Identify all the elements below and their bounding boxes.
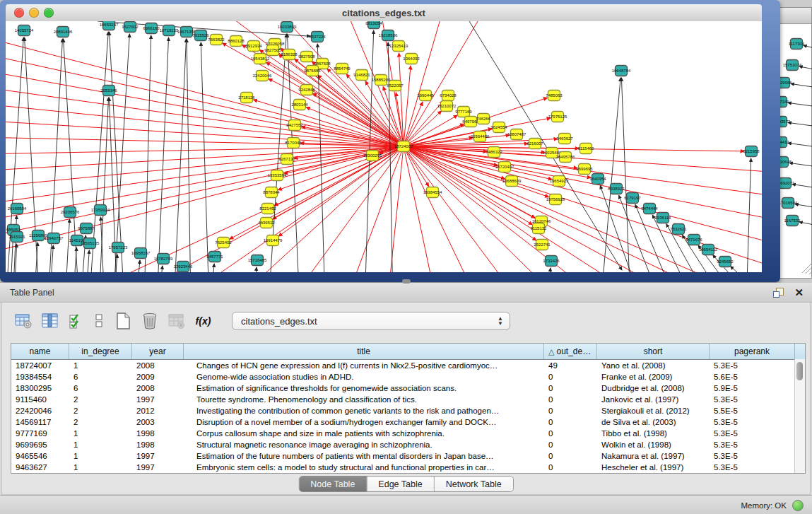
graph-node[interactable]: 10958167 [131, 248, 151, 259]
graph-node[interactable]: 8854749 [334, 64, 351, 74]
table-row[interactable]: 977716911998Corpus callosum shape and si… [11, 428, 805, 439]
column-header-short[interactable]: short [597, 344, 710, 359]
graph-node[interactable]: 1364093 [403, 54, 420, 64]
graph-node[interactable]: 8912934 [245, 41, 262, 52]
graph-node[interactable]: 2053346 [100, 86, 117, 96]
graph-node[interactable]: 8215958 [743, 146, 760, 157]
graph-node[interactable]: 17016504 [779, 198, 798, 209]
graph-node[interactable]: 15751074 [783, 60, 802, 71]
graph-node[interactable]: 1733426 [543, 256, 560, 267]
graph-node[interactable]: 6734028 [440, 90, 457, 101]
graph-node[interactable]: 8221452 [259, 204, 276, 214]
graph-node[interactable]: 15716485 [248, 255, 267, 266]
float-panel-icon[interactable] [773, 288, 784, 298]
graph-node[interactable]: 1117304 [789, 39, 805, 49]
graph-node[interactable]: 16033809 [278, 22, 297, 33]
graph-node[interactable]: 10653247 [100, 21, 119, 30]
graph-node[interactable]: 20206576 [61, 207, 80, 218]
graph-node[interactable]: 8878344 [263, 187, 280, 198]
graph-node[interactable]: 2522741 [534, 240, 551, 250]
network-canvas[interactable]: 1405572420891406106532471527602696616010… [6, 21, 762, 272]
column-header-year[interactable]: year [132, 344, 184, 359]
graph-node[interactable]: 10654112 [699, 245, 718, 255]
network-window[interactable]: citations_edges.txt 14055724208914061065… [0, 0, 780, 282]
graph-node[interactable]: 17957223 [109, 243, 128, 253]
graph-node[interactable]: 8938923 [608, 184, 625, 194]
graph-node[interactable]: 16648784 [612, 66, 631, 76]
graph-node[interactable]: 9245652 [717, 257, 734, 267]
graph-node[interactable]: 9975887 [78, 223, 95, 234]
graph-node[interactable]: 8860128 [228, 36, 245, 47]
graph-node[interactable]: 17975125 [548, 112, 567, 122]
graph-node[interactable]: 9875685 [304, 66, 321, 76]
table-scrollbar[interactable] [794, 359, 805, 473]
graph-node[interactable]: 6813054 [365, 21, 382, 29]
tab-node-table[interactable]: Node Table [299, 477, 367, 491]
delete-column-button[interactable] [140, 312, 159, 330]
function-builder-button[interactable]: f(x) [194, 312, 213, 330]
graph-node[interactable]: 2935114 [655, 213, 672, 223]
column-header-in_degree[interactable]: in_degree [69, 344, 132, 359]
graph-node[interactable]: 9474444 [641, 204, 658, 214]
tab-network-table[interactable]: Network Table [435, 477, 513, 491]
table-row[interactable]: 946362711997Embryonic stem cells: a mode… [11, 462, 805, 473]
table-row[interactable]: 911546021997Tourette syndrome. Phenomeno… [11, 394, 805, 405]
graph-node[interactable]: 7485063 [546, 90, 563, 101]
graph-node[interactable]: 2803144 [291, 100, 308, 110]
graph-node[interactable]: 16210072 [437, 101, 457, 112]
table-row[interactable]: 1872400712008Changes of HCN gene express… [11, 360, 805, 371]
graph-node[interactable]: 4699513 [258, 218, 275, 228]
graph-node[interactable]: 9115132 [531, 223, 548, 234]
show-columns-button[interactable] [40, 312, 59, 330]
table-row[interactable]: 946554611997Estimation of the future num… [11, 450, 805, 462]
graph-node[interactable]: 746266 [476, 114, 491, 124]
graph-node[interactable]: 1990448 [417, 90, 434, 101]
graph-node[interactable]: 2718126 [238, 93, 255, 103]
column-header-pagerank[interactable]: pagerank [710, 344, 795, 359]
graph-node[interactable]: 9457771 [206, 252, 223, 262]
table-row[interactable]: 1456911722003Disruption of a novel membe… [11, 416, 805, 428]
graph-node[interactable]: 9242848 [298, 85, 315, 95]
graph-node[interactable]: 9146821 [353, 70, 370, 81]
graph-node[interactable]: 14055724 [15, 25, 34, 36]
column-header-name[interactable]: name [11, 344, 69, 359]
table-row[interactable]: 969969511998Structural magnetic resonanc… [11, 439, 805, 450]
tab-edge-table[interactable]: Edge Table [367, 477, 434, 491]
graph-node[interactable]: 19384554 [423, 187, 442, 198]
graph-node[interactable]: 10688609 [502, 176, 522, 187]
graph-node[interactable]: 6522057 [387, 81, 404, 91]
table-row[interactable]: 2242004622012Investigating the contribut… [11, 405, 805, 416]
scrollbar-thumb[interactable] [796, 362, 803, 380]
graph-node[interactable]: 19654923 [550, 176, 569, 187]
graph-node[interactable]: 26160504 [8, 204, 27, 214]
split-pane-handle[interactable] [402, 279, 411, 284]
graph-node[interactable]: 9827508 [298, 52, 315, 62]
graph-node[interactable]: 16782759 [154, 254, 173, 264]
graph-node[interactable]: 9115460 [578, 144, 595, 154]
graph-node[interactable]: 7486322 [486, 147, 502, 158]
unassign-column-button[interactable] [94, 312, 105, 330]
graph-node[interactable]: 3915921 [8, 232, 25, 243]
graph-node[interactable]: 8471676 [686, 235, 702, 245]
select-all-columns-button[interactable] [67, 312, 86, 330]
close-panel-icon[interactable]: ✕ [794, 287, 804, 298]
graph-node[interactable]: 12325419 [389, 41, 408, 52]
graph-node[interactable]: 19756928 [546, 194, 565, 205]
graph-node[interactable]: 8170046 [285, 138, 302, 148]
graph-node[interactable]: 6966160 [143, 23, 160, 34]
graph-node[interactable]: 9699695 [576, 164, 593, 175]
graph-node[interactable]: 7615526 [192, 30, 209, 41]
graph-node[interactable]: 9267130 [278, 154, 295, 165]
graph-node[interactable]: 19218506 [379, 30, 398, 41]
graph-node[interactable]: 10807487 [507, 129, 526, 140]
graph-node[interactable]: 16914479 [264, 235, 283, 246]
graph-node[interactable]: 8186328 [281, 49, 298, 60]
graph-node[interactable]: 7663822 [208, 35, 225, 45]
graph-node[interactable]: 1167533 [784, 216, 801, 226]
graph-node[interactable]: 9427552 [286, 120, 303, 131]
graph-node[interactable]: 7532621 [670, 224, 687, 235]
graph-node[interactable]: 1527602 [122, 22, 139, 33]
graph-node[interactable]: 6179197 [624, 193, 641, 204]
graph-node[interactable]: 1640954 [589, 174, 606, 185]
table-row[interactable]: 1938455462009Genome-wide association stu… [11, 371, 805, 382]
